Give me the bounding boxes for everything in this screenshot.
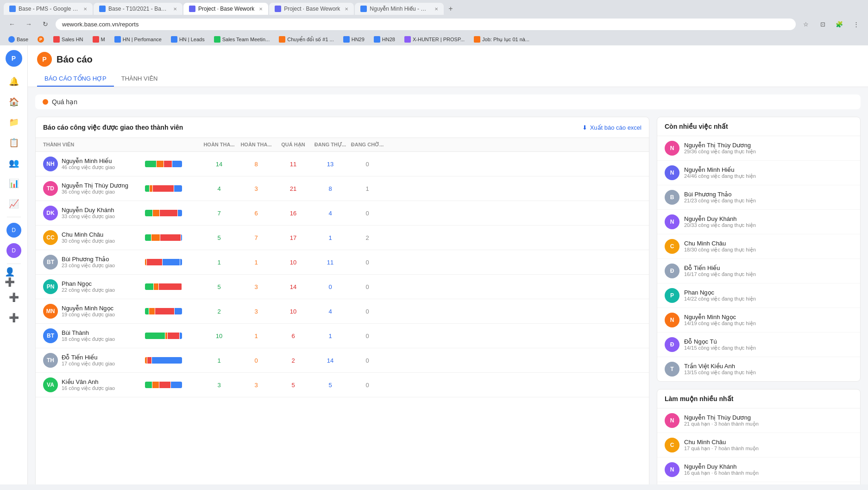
back-button[interactable]: ← [6, 18, 19, 31]
table-row[interactable]: CC Chu Minh Châu 30 công việc được giao … [36, 226, 649, 250]
sidebar-item-analytics[interactable]: 📈 [5, 195, 23, 213]
sidebar-item-team-add[interactable]: 👤➕ [5, 268, 23, 286]
table-row[interactable]: TH Đỗ Tiến Hiếu 17 công việc được giao 1… [36, 348, 649, 373]
bookmark-sales-meeting[interactable]: Sales Team Meetin... [210, 35, 274, 44]
tab-2[interactable]: Base - T10/2021 - Base · T10/20... ✕ [94, 3, 182, 15]
header-avatar: P [37, 52, 52, 67]
bookmark-icon[interactable]: ☆ [799, 18, 812, 31]
menu-icon[interactable]: ⋮ [849, 18, 862, 31]
most-tasks-item[interactable]: N Nguyễn Thị Thùy Dương 29/36 công việc … [657, 136, 860, 161]
table-row[interactable]: BT Bùi Thành 18 công việc được giao 10 1… [36, 324, 649, 348]
table-row[interactable]: PN Phan Ngọc 22 công việc được giao 5 3 … [36, 275, 649, 299]
most-tasks-item[interactable]: N Nguyễn Minh Ngọc 14/19 công việc đang … [657, 308, 860, 333]
most-tasks-item[interactable]: C Chu Minh Châu 18/30 công việc đang thự… [657, 234, 860, 259]
new-tab-button[interactable]: + [445, 3, 456, 15]
table-row[interactable]: VA Kiều Vân Anh 16 công việc được giao 3… [36, 373, 649, 397]
table-row[interactable]: MN Nguyễn Minh Ngọc 19 công việc được gi… [36, 299, 649, 324]
sidebar-item-d1[interactable]: D [5, 221, 23, 239]
sidebar-item-d2[interactable]: D [5, 241, 23, 260]
most-tasks-item[interactable]: N Nguyễn Minh Hiếu 24/46 công việc đang … [657, 161, 860, 185]
export-button[interactable]: ⬇ Xuất báo cáo excel [582, 124, 642, 131]
sidebar-item-add[interactable]: ➕ [5, 288, 23, 307]
sidebar-item-tasks[interactable]: 📋 [5, 133, 23, 152]
cell-n2: 8 [238, 161, 275, 168]
tab-3[interactable]: Project · Base Wework ✕ [183, 3, 268, 15]
content-inner: Quá hạn Báo cáo công việc được giao theo… [28, 87, 868, 484]
bookmark-sales-hn[interactable]: Sales HN [50, 35, 87, 44]
most-late-item[interactable]: N Nguyễn Duy Khánh 16 quá hạn · 6 hoàn t… [657, 458, 860, 482]
bookmark-hn-leads[interactable]: HN | Leads [167, 35, 208, 44]
sidebar-item-add-2[interactable]: ➕ [5, 308, 23, 327]
cell-n2: 0 [238, 357, 275, 364]
cell-n4: 1 [312, 234, 349, 241]
cell-n1: 2 [201, 308, 238, 315]
address-input[interactable] [56, 19, 796, 30]
most-late-item[interactable]: N Nguyễn Thị Thùy Dương 21 quá hạn · 3 h… [657, 408, 860, 433]
most-late-title: Làm muộn nhiều nhất [657, 389, 860, 408]
most-tasks-item[interactable]: P Phan Ngọc 14/22 công việc đang thực hi… [657, 283, 860, 308]
reload-button[interactable]: ↻ [39, 18, 52, 31]
most-late-item[interactable]: C Chu Minh Châu 17 quá hạn · 7 hoàn thàn… [657, 433, 860, 458]
member-sub: 16 công việc được giao [62, 385, 115, 391]
right-member-info: Nguyễn Thị Thùy Dương 21 quá hạn · 3 hoà… [684, 414, 853, 427]
sidebar-item-reports[interactable]: 📊 [5, 174, 23, 193]
tab-bao-cao-tong-hop[interactable]: BÁO CÁO TỔNG HỢP [37, 71, 114, 87]
table-row[interactable]: DK Nguyễn Duy Khánh 33 công việc được gi… [36, 201, 649, 226]
most-tasks-item[interactable]: T Trần Việt Kiều Anh 13/15 công việc đan… [657, 357, 860, 381]
most-tasks-item[interactable]: Đ Đỗ Ngọc Tú 14/15 công việc đang thực h… [657, 333, 860, 357]
most-tasks-item[interactable]: Đ Đỗ Tiến Hiếu 16/17 công việc đang thực… [657, 259, 860, 283]
bookmark-p[interactable]: P [34, 35, 48, 44]
most-tasks-item[interactable]: N Nguyễn Duy Khánh 20/33 công việc đang … [657, 210, 860, 234]
screen-cast-icon[interactable]: ⊡ [816, 18, 829, 31]
bookmark-hn28[interactable]: HN28 [370, 35, 399, 44]
tab-2-icon [99, 6, 106, 12]
bookmark-xhunter[interactable]: X-HUNTER | PROSP... [401, 35, 468, 44]
table-row[interactable]: TD Nguyễn Thị Thùy Dương 36 công việc đư… [36, 176, 649, 201]
tab-4[interactable]: Project · Base Wework ✕ [269, 3, 354, 15]
sidebar-divider-2 [7, 264, 21, 264]
progress-bar [145, 161, 182, 167]
bookmark-gmail[interactable]: M [89, 35, 109, 44]
bookmark-hn-perf[interactable]: HN | Perfomance [111, 35, 165, 44]
cell-n3: 21 [275, 185, 312, 192]
sidebar-item-home[interactable]: 🏠 [5, 93, 23, 111]
extensions-icon[interactable]: 🧩 [833, 18, 846, 31]
bookmark-base[interactable]: Base [5, 35, 32, 44]
table-header: Thành viên HOÀN THA... HOÀN THA... QUÁ H… [36, 138, 649, 152]
sidebar-item-members[interactable]: 👥 [5, 154, 23, 172]
bookmark-chuyen-doi[interactable]: Chuyển đổi số #1 ... [275, 35, 338, 44]
tab-5[interactable]: Nguyễn Minh Hiếu - Human Re... ✕ [355, 3, 444, 15]
cell-n3: 5 [275, 382, 312, 389]
user-avatar[interactable]: P [6, 50, 22, 67]
cell-n5: 2 [349, 234, 386, 241]
tab-5-close[interactable]: ✕ [434, 6, 438, 12]
member-name: Kiều Vân Anh [62, 378, 115, 385]
cell-n3: 17 [275, 234, 312, 241]
tab-thanh-vien[interactable]: THÀNH VIÊN [114, 71, 165, 87]
most-tasks-item[interactable]: B Bùi Phương Thảo 21/23 công việc đang t… [657, 185, 860, 210]
sidebar-item-projects[interactable]: 📁 [5, 113, 23, 132]
bookmark-job[interactable]: Job: Phụ lục 01 nà... [470, 35, 533, 44]
cell-n5: 0 [349, 210, 386, 217]
tab-2-close[interactable]: ✕ [173, 6, 177, 12]
cell-n1: 5 [201, 234, 238, 241]
cell-n1: 1 [201, 259, 238, 266]
right-panel: Còn nhiều việc nhất N Nguyễn Thị Thùy Dư… [657, 117, 861, 484]
right-member-name: Nguyễn Duy Khánh [684, 215, 853, 222]
right-member-info: Nguyễn Minh Hiếu 24/46 công việc đang th… [684, 166, 853, 179]
tab-1[interactable]: Base - PMS - Google Trang trình... ✕ [4, 3, 93, 15]
cell-n5: 0 [349, 333, 386, 339]
tab-1-close[interactable]: ✕ [83, 6, 87, 12]
right-member-sub: 29/36 công việc đang thực hiện [684, 149, 853, 155]
tab-3-close[interactable]: ✕ [259, 6, 263, 12]
sidebar-item-notifications[interactable]: 🔔 [5, 72, 23, 91]
forward-button[interactable]: → [22, 18, 35, 31]
tab-4-close[interactable]: ✕ [345, 6, 348, 12]
bookmark-hn29[interactable]: HN29 [340, 35, 368, 44]
cell-n3: 10 [275, 308, 312, 315]
right-member-name: Đỗ Tiến Hiếu [684, 264, 853, 271]
most-late-item[interactable]: N Nguyễn Minh Hiếu 11 quá hạn · 8 hoàn t… [657, 482, 860, 484]
table-row[interactable]: NH Nguyễn Minh Hiếu 46 công việc được gi… [36, 152, 649, 176]
member-info: NH Nguyễn Minh Hiếu 46 công việc được gi… [43, 157, 145, 171]
table-row[interactable]: BT Bùi Phương Thảo 23 công việc được gia… [36, 250, 649, 275]
